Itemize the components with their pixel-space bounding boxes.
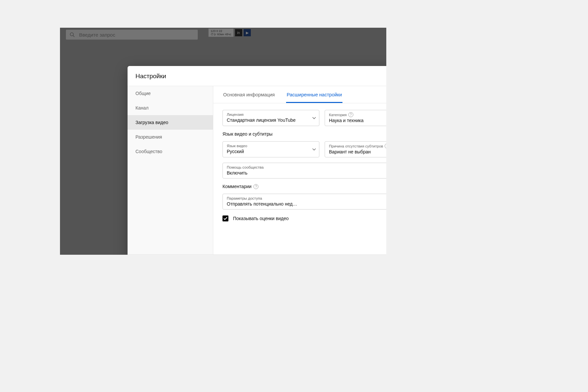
section-language-title: Язык видео и субтитры: [222, 131, 386, 137]
chevron-down-icon: [312, 117, 316, 119]
show-ratings-checkbox[interactable]: [222, 215, 228, 221]
video-language-dropdown[interactable]: Язык видео Русский: [222, 141, 319, 157]
license-value: Стандартная лицензия YouTube: [227, 117, 307, 123]
license-label: Лицензия: [227, 112, 307, 117]
sidebar-item-community[interactable]: Сообщество: [128, 144, 213, 159]
help-icon[interactable]: ?: [253, 184, 258, 189]
sidebar-item-permissions[interactable]: Разрешения: [128, 130, 213, 144]
help-icon[interactable]: ?: [348, 112, 353, 117]
video-language-value: Русский: [227, 149, 307, 154]
caption-reason-label: Причина отсутствия субтитров ?: [329, 144, 386, 148]
category-dropdown[interactable]: Категория ? Наука и техника: [325, 110, 386, 126]
license-dropdown[interactable]: Лицензия Стандартная лицензия YouTube: [222, 110, 319, 126]
tab-basic-info[interactable]: Основная информация: [222, 86, 276, 103]
settings-dialog: Настройки Общие Канал Загрузка видео Раз…: [128, 66, 386, 255]
caption-reason-dropdown[interactable]: Причина отсутствия субтитров ? Вариант н…: [325, 141, 386, 157]
caption-reason-value: Вариант не выбран: [329, 149, 386, 154]
sidebar-item-general[interactable]: Общие: [128, 86, 213, 101]
check-icon: [223, 216, 228, 221]
settings-sidebar: Общие Канал Загрузка видео Разрешения Со…: [128, 86, 213, 254]
dialog-title: Настройки: [128, 66, 386, 86]
sidebar-item-upload[interactable]: Загрузка видео: [128, 115, 213, 130]
category-value: Наука и техника: [329, 118, 386, 123]
chevron-down-icon: [312, 148, 316, 150]
community-help-dropdown[interactable]: Помощь сообщества Включить: [222, 163, 386, 179]
help-icon[interactable]: ?: [385, 144, 386, 148]
settings-content-scroll[interactable]: Основная информация Расширенные настройк…: [213, 86, 386, 254]
community-help-label: Помощь сообщества: [227, 165, 386, 170]
sidebar-item-channel[interactable]: Канал: [128, 101, 213, 115]
show-ratings-label: Показывать оценки видео: [233, 216, 289, 221]
comment-access-label: Параметры доступа: [227, 196, 386, 201]
background-app: Введите запрос 123 0 22⏱1г 60мн 48чс in …: [60, 28, 386, 255]
section-comments-title: Комментарии ?: [222, 184, 386, 189]
comment-access-dropdown[interactable]: Параметры доступа Отправлять потенциальн…: [222, 194, 386, 210]
video-language-label: Язык видео: [227, 144, 307, 148]
settings-tabs: Основная информация Расширенные настройк…: [213, 86, 386, 103]
tab-advanced-settings[interactable]: Расширенные настройки: [286, 86, 343, 103]
comment-access-value: Отправлять потенциально нед…: [227, 201, 386, 207]
community-help-value: Включить: [227, 170, 386, 176]
category-label: Категория ?: [329, 112, 386, 117]
